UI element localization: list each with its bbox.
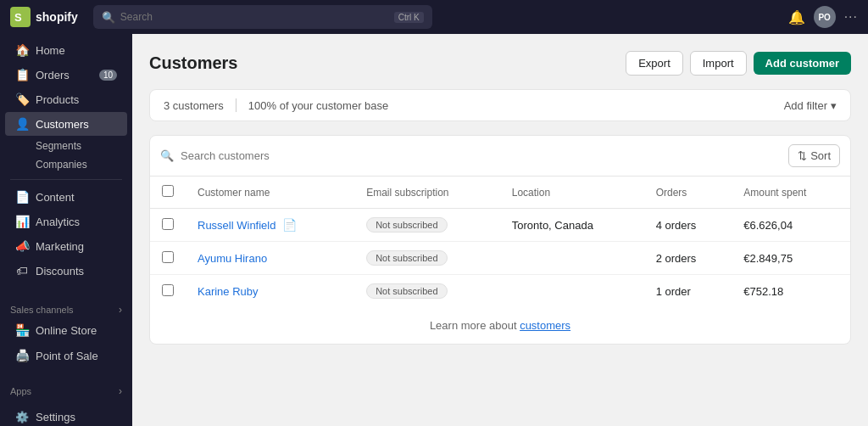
amount-text: €752.18 (743, 285, 783, 298)
sidebar-item-analytics[interactable]: 📊 Analytics (5, 210, 127, 233)
email-status-badge: Not subscribed (366, 250, 447, 266)
sidebar-bottom: ⚙️ Settings i Non-transferable (0, 399, 132, 426)
page-header: Customers Export Import Add customer (149, 51, 851, 76)
customers-icon: 👤 (15, 117, 29, 131)
sidebar-item-label: Home (36, 44, 65, 57)
discounts-icon: 🏷 (15, 264, 29, 277)
sidebar-item-products[interactable]: 🏷️ Products (5, 87, 127, 111)
settings-label: Settings (36, 411, 75, 423)
email-status-badge: Not subscribed (366, 217, 447, 233)
add-filter-label: Add filter (784, 99, 827, 112)
sidebar-divider (10, 179, 122, 180)
topbar-more-icon[interactable]: ··· (844, 9, 858, 25)
notification-icon[interactable]: 🔔 (788, 9, 805, 25)
sidebar-item-content[interactable]: 📄 Content (5, 185, 127, 209)
orders-badge: 10 (99, 70, 117, 81)
row-location (500, 242, 644, 275)
sidebar-item-label: Analytics (36, 216, 80, 228)
orders-text: 1 order (656, 285, 691, 298)
home-icon: 🏠 (15, 43, 29, 57)
row-checkbox[interactable] (162, 284, 174, 296)
row-email-status: Not subscribed (354, 275, 500, 308)
header-location: Location (500, 177, 644, 209)
row-checkbox[interactable] (162, 251, 174, 263)
row-orders: 2 orders (644, 242, 732, 275)
row-orders: 4 orders (644, 209, 732, 242)
header-customer-name: Customer name (186, 177, 354, 209)
footer-text: Learn more about (430, 319, 520, 332)
add-customer-button[interactable]: Add customer (754, 52, 851, 75)
customer-name-text[interactable]: Russell Winfield (198, 219, 275, 232)
stats-left: 3 customers 100% of your customer base (164, 98, 388, 112)
sort-label: Sort (810, 149, 831, 162)
sidebar-item-label: Point of Sale (36, 350, 98, 362)
row-location (500, 275, 644, 308)
header-amount: Amount spent (732, 177, 850, 209)
customer-count: 3 customers (164, 99, 224, 112)
sidebar-item-label: Products (36, 93, 79, 106)
apps-label: Apps › (0, 378, 132, 399)
sidebar-item-label: Content (36, 191, 75, 204)
sort-button[interactable]: ⇅ Sort (788, 144, 840, 167)
logo-text: shopify (36, 10, 78, 24)
table-search-icon: 🔍 (160, 149, 174, 162)
search-bar[interactable]: 🔍 Ctrl K (93, 5, 432, 29)
products-icon: 🏷️ (15, 92, 29, 106)
header-email: Email subscription (354, 177, 500, 209)
sidebar-item-settings[interactable]: ⚙️ Settings (5, 406, 127, 426)
analytics-icon: 📊 (15, 215, 29, 228)
sidebar-item-online-store[interactable]: 🏪 Online Store (5, 318, 127, 342)
sidebar-item-customers[interactable]: 👤 Customers (5, 112, 127, 136)
select-all-checkbox[interactable] (162, 185, 174, 197)
page-title: Customers (149, 53, 237, 73)
orders-text: 4 orders (656, 219, 697, 232)
search-shortcut: Ctrl K (394, 12, 424, 23)
sales-channels-label: Sales channels › (0, 297, 132, 317)
customer-name-text[interactable]: Karine Ruby (198, 285, 259, 298)
amount-text: €6.626,04 (743, 219, 793, 232)
avatar[interactable]: PO (814, 6, 836, 28)
row-checkbox-cell (150, 275, 186, 308)
amount-text: €2.849,75 (743, 252, 793, 265)
sidebar-item-point-of-sale[interactable]: 🖨️ Point of Sale (5, 344, 127, 367)
import-button[interactable]: Import (690, 51, 747, 76)
sidebar-item-label: Online Store (36, 324, 97, 337)
row-email-status: Not subscribed (354, 242, 500, 275)
logo[interactable]: S shopify (10, 7, 78, 27)
email-status-badge: Not subscribed (366, 283, 447, 299)
stats-divider (236, 98, 236, 112)
topbar-right: 🔔 PO ··· (788, 6, 858, 28)
search-input[interactable] (120, 11, 389, 23)
header-orders: Orders (644, 177, 732, 209)
header-actions: Export Import Add customer (626, 51, 851, 76)
row-amount: €2.849,75 (732, 242, 850, 275)
point-of-sale-icon: 🖨️ (15, 349, 29, 362)
sidebar-sub-item-companies[interactable]: Companies (5, 155, 127, 174)
sidebar-item-orders[interactable]: 📋 Orders 10 (5, 63, 127, 87)
sidebar-item-marketing[interactable]: 📣 Marketing (5, 234, 127, 258)
customer-name-text[interactable]: Ayumu Hirano (198, 252, 267, 265)
sidebar-item-label: Discounts (36, 265, 84, 277)
doc-icon[interactable]: 📄 (282, 218, 297, 232)
sidebar-item-label: Orders (36, 69, 70, 81)
marketing-icon: 📣 (15, 239, 29, 253)
add-filter-button[interactable]: Add filter ▾ (784, 99, 837, 112)
orders-icon: 📋 (15, 68, 29, 81)
row-location: Toronto, Canada (500, 209, 644, 242)
sidebar-item-home[interactable]: 🏠 Home (5, 38, 127, 62)
sales-channels-chevron[interactable]: › (119, 304, 122, 316)
sidebar-sub-item-segments[interactable]: Segments (5, 137, 127, 155)
row-customer-name: Russell Winfield 📄 (186, 209, 354, 242)
sidebar-item-discounts[interactable]: 🏷 Discounts (5, 259, 127, 283)
top-bar: S shopify 🔍 Ctrl K 🔔 PO ··· (0, 0, 868, 34)
customers-link[interactable]: customers (520, 319, 570, 332)
orders-text: 2 orders (656, 252, 697, 265)
settings-icon: ⚙️ (15, 411, 29, 423)
customers-search-input[interactable] (181, 149, 782, 162)
svg-text:S: S (14, 11, 22, 24)
location-text: Toronto, Canada (512, 219, 593, 232)
table-header-row: Customer name Email subscription Locatio… (150, 177, 850, 209)
export-button[interactable]: Export (626, 51, 683, 76)
apps-chevron[interactable]: › (119, 385, 122, 397)
row-checkbox[interactable] (162, 218, 174, 230)
